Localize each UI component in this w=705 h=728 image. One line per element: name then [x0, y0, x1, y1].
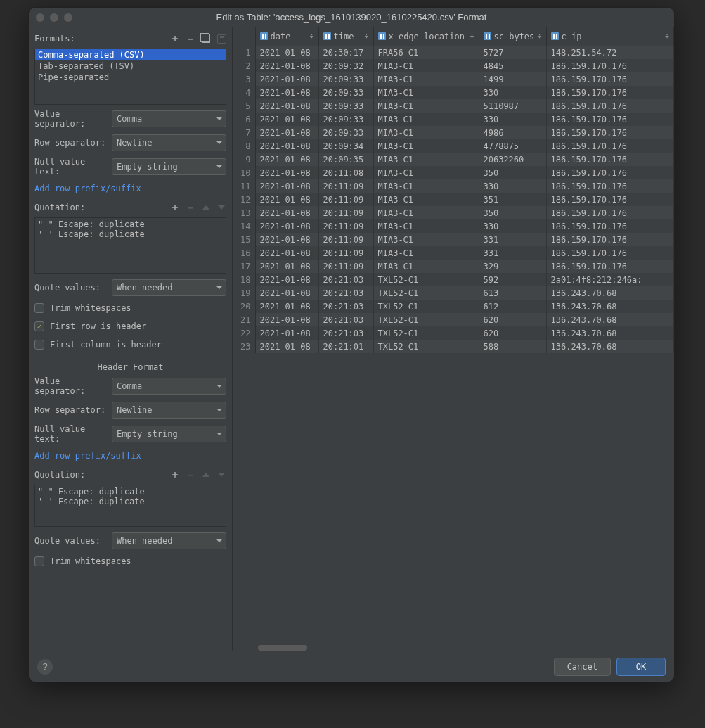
column-header[interactable]: x-edge-location÷	[373, 27, 479, 46]
ok-button[interactable]: OK	[616, 658, 666, 676]
trim-whitespace-checkbox[interactable]: Trim whitespaces	[34, 300, 226, 316]
table-cell[interactable]: MIA3-C1	[373, 153, 479, 166]
table-cell[interactable]: MIA3-C1	[373, 139, 479, 153]
table-cell[interactable]: 186.159.170.176	[546, 59, 674, 72]
table-cell[interactable]: 20:09:35	[318, 153, 373, 166]
quotation-rule[interactable]: " " Escape: duplicate	[38, 219, 223, 229]
table-cell[interactable]: 20:11:09	[318, 219, 373, 233]
table-cell[interactable]: 2021-01-08	[255, 219, 318, 233]
table-cell[interactable]: 20:11:09	[318, 233, 373, 246]
hf-add-quotation-icon[interactable]: ＋	[170, 470, 180, 480]
table-cell[interactable]: 2021-01-08	[255, 72, 318, 86]
table-cell[interactable]: 186.159.170.176	[546, 233, 674, 246]
table-cell[interactable]: 20:21:01	[318, 340, 373, 353]
table-row[interactable]: 72021-01-0820:09:33MIA3-C14986186.159.17…	[233, 126, 674, 139]
table-cell[interactable]: 20:11:08	[318, 166, 373, 179]
table-cell[interactable]: 20:09:33	[318, 99, 373, 113]
table-row[interactable]: 62021-01-0820:09:33MIA3-C1330186.159.170…	[233, 113, 674, 126]
table-row[interactable]: 42021-01-0820:09:33MIA3-C1330186.159.170…	[233, 86, 674, 99]
table-cell[interactable]: 331	[479, 246, 546, 260]
table-cell[interactable]: TXL52-C1	[373, 326, 479, 340]
format-item[interactable]: Pipe-separated	[35, 72, 226, 83]
table-cell[interactable]: 2021-01-08	[255, 286, 318, 300]
null-text-combo[interactable]: Empty string	[112, 158, 226, 175]
table-cell[interactable]: 186.159.170.176	[546, 219, 674, 233]
table-cell[interactable]: 186.159.170.176	[546, 139, 674, 153]
table-cell[interactable]: 592	[479, 273, 546, 286]
table-cell[interactable]: 5727	[479, 46, 546, 59]
table-cell[interactable]: 136.243.70.68	[546, 286, 674, 300]
table-row[interactable]: 222021-01-0820:21:03TXL52-C1620136.243.7…	[233, 326, 674, 340]
table-row[interactable]: 12021-01-0820:30:17FRA56-C15727148.251.5…	[233, 46, 674, 59]
table-row[interactable]: 192021-01-0820:21:03TXL52-C1613136.243.7…	[233, 286, 674, 300]
table-cell[interactable]: TXL52-C1	[373, 313, 479, 326]
first-col-header-checkbox[interactable]: First column is header	[34, 337, 226, 352]
table-cell[interactable]: 1499	[479, 72, 546, 86]
table-cell[interactable]: MIA3-C1	[373, 72, 479, 86]
table-cell[interactable]: 5110987	[479, 99, 546, 113]
table-cell[interactable]: TXL52-C1	[373, 273, 479, 286]
table-cell[interactable]: 20:09:34	[318, 139, 373, 153]
table-row[interactable]: 52021-01-0820:09:33MIA3-C15110987186.159…	[233, 99, 674, 113]
quotation-rule[interactable]: " " Escape: duplicate	[38, 487, 223, 497]
table-cell[interactable]: 330	[479, 86, 546, 99]
hf-quotation-list[interactable]: " " Escape: duplicate' ' Escape: duplica…	[34, 485, 226, 527]
table-cell[interactable]: 186.159.170.176	[546, 166, 674, 179]
table-cell[interactable]: 2021-01-08	[255, 313, 318, 326]
table-cell[interactable]: 2021-01-08	[255, 326, 318, 340]
table-cell[interactable]: 20:30:17	[318, 46, 373, 59]
hf-null-text-combo[interactable]: Empty string	[112, 426, 226, 442]
table-cell[interactable]: MIA3-C1	[373, 113, 479, 126]
table-cell[interactable]: 20:21:03	[318, 300, 373, 313]
table-cell[interactable]: 2021-01-08	[255, 193, 318, 206]
table-cell[interactable]: 330	[479, 219, 546, 233]
copy-format-icon[interactable]	[201, 34, 211, 44]
table-cell[interactable]: 2021-01-08	[255, 246, 318, 260]
table-cell[interactable]: 186.159.170.176	[546, 260, 674, 273]
table-cell[interactable]: 2021-01-08	[255, 260, 318, 273]
table-cell[interactable]: 148.251.54.72	[546, 46, 674, 59]
column-header[interactable]: sc-bytes÷	[479, 27, 546, 46]
table-cell[interactable]: 2021-01-08	[255, 153, 318, 166]
table-row[interactable]: 172021-01-0820:11:09MIA3-C1329186.159.17…	[233, 260, 674, 273]
table-cell[interactable]: 20:11:09	[318, 206, 373, 219]
table-cell[interactable]: 20:21:03	[318, 273, 373, 286]
table-cell[interactable]: 186.159.170.176	[546, 126, 674, 139]
table-row[interactable]: 202021-01-0820:21:03TXL52-C1612136.243.7…	[233, 300, 674, 313]
table-cell[interactable]: 351	[479, 193, 546, 206]
table-cell[interactable]: 2021-01-08	[255, 273, 318, 286]
table-cell[interactable]: 2021-01-08	[255, 300, 318, 313]
table-cell[interactable]: TXL52-C1	[373, 300, 479, 313]
table-cell[interactable]: TXL52-C1	[373, 286, 479, 300]
cancel-button[interactable]: Cancel	[554, 658, 611, 676]
table-cell[interactable]: 2021-01-08	[255, 233, 318, 246]
table-row[interactable]: 212021-01-0820:21:03TXL52-C1620136.243.7…	[233, 313, 674, 326]
table-cell[interactable]: 20:21:03	[318, 286, 373, 300]
table-cell[interactable]: TXL52-C1	[373, 340, 479, 353]
table-cell[interactable]: 2021-01-08	[255, 99, 318, 113]
table-cell[interactable]: 186.159.170.176	[546, 86, 674, 99]
table-cell[interactable]: 612	[479, 300, 546, 313]
table-cell[interactable]: 620	[479, 313, 546, 326]
table-cell[interactable]: MIA3-C1	[373, 166, 479, 179]
table-row[interactable]: 122021-01-0820:11:09MIA3-C1351186.159.17…	[233, 193, 674, 206]
table-cell[interactable]: 20:21:03	[318, 326, 373, 340]
table-cell[interactable]: 350	[479, 166, 546, 179]
row-separator-combo[interactable]: Newline	[112, 134, 226, 151]
quotation-rule[interactable]: ' ' Escape: duplicate	[38, 497, 223, 506]
table-cell[interactable]: 20:11:09	[318, 179, 373, 193]
table-cell[interactable]: 2021-01-08	[255, 59, 318, 72]
table-cell[interactable]: 331	[479, 233, 546, 246]
table-cell[interactable]: 4845	[479, 59, 546, 72]
table-cell[interactable]: MIA3-C1	[373, 99, 479, 113]
add-row-prefix-link[interactable]: Add row prefix/suffix	[34, 184, 141, 193]
table-cell[interactable]: MIA3-C1	[373, 86, 479, 99]
table-cell[interactable]: 186.159.170.176	[546, 193, 674, 206]
table-cell[interactable]: 20:21:03	[318, 313, 373, 326]
table-cell[interactable]: MIA3-C1	[373, 260, 479, 273]
table-row[interactable]: 132021-01-0820:11:09MIA3-C1350186.159.17…	[233, 206, 674, 219]
table-cell[interactable]: 330	[479, 179, 546, 193]
table-cell[interactable]: MIA3-C1	[373, 246, 479, 260]
table-cell[interactable]: 620	[479, 326, 546, 340]
table-row[interactable]: 82021-01-0820:09:34MIA3-C14778875186.159…	[233, 139, 674, 153]
